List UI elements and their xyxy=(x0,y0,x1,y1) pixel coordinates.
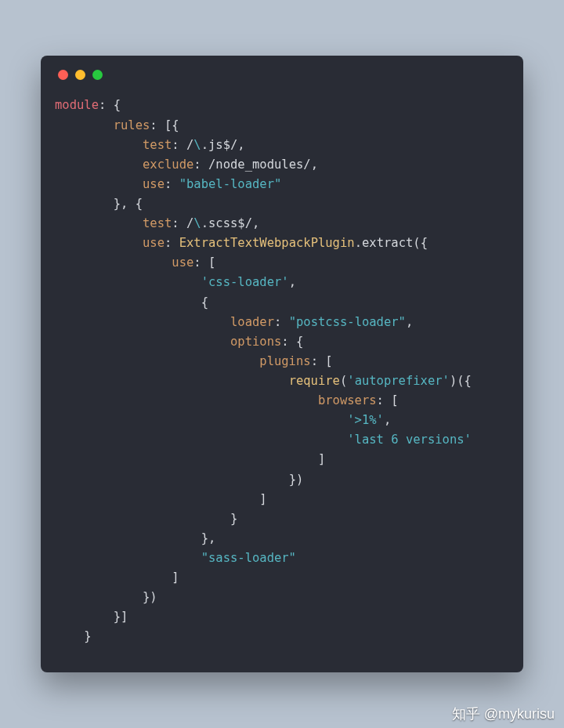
tok-require: require xyxy=(289,374,340,388)
tok-use: use xyxy=(143,177,164,191)
minimize-icon[interactable] xyxy=(75,70,85,80)
maximize-icon[interactable] xyxy=(92,70,103,80)
close-icon[interactable] xyxy=(58,70,68,80)
str-gt1: '>1%' xyxy=(347,413,384,427)
str-sass: "sass-loader" xyxy=(201,551,296,565)
str-last6: 'last 6 versions' xyxy=(347,433,472,447)
str-autoprefixer: 'autoprefixer' xyxy=(347,374,450,388)
code-window: module: { rules: [{ test: /\.js$/, exclu… xyxy=(41,56,523,672)
tok-module: module xyxy=(55,98,99,112)
tok-exclude: exclude xyxy=(143,158,193,172)
tok-plugin: ExtractTextWebpackPlugin xyxy=(179,236,355,250)
str-babel: "babel-loader" xyxy=(179,177,282,191)
watermark: 知乎 @mykurisu xyxy=(452,704,555,723)
window-titlebar xyxy=(41,56,523,85)
tok-test: test xyxy=(143,138,172,152)
str-css: 'css-loader' xyxy=(201,275,289,289)
code-block: module: { rules: [{ test: /\.js$/, exclu… xyxy=(41,85,523,656)
tok-rules: rules xyxy=(114,118,150,132)
str-postcss: "postcss-loader" xyxy=(289,315,406,329)
